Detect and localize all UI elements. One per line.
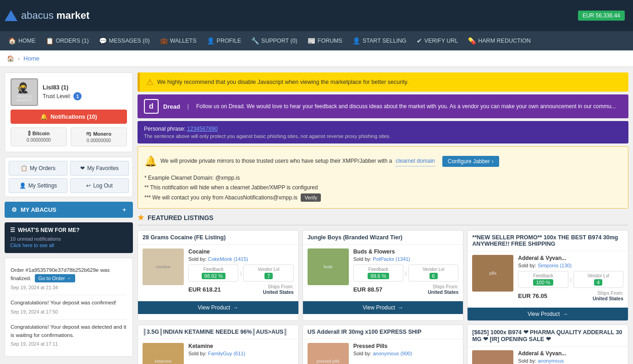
listing-img-5: adderall [472,350,513,364]
monero-icon: ɱ [86,131,91,137]
bitcoin-wallet: ₿Bitcoin 0.00000000 [11,127,67,146]
goto-order-button[interactable]: Go to Order → [35,274,75,282]
breadcrumb-home-icon[interactable]: 🏠 [7,55,14,62]
listing-card-0: 28 Grams Cocaine (FE Listing) cocaine Co… [138,230,299,321]
jabber-bell-icon: 🔔 [144,152,157,171]
seller-link-2[interactable]: Simponis (130) [538,263,572,268]
nav-wallets[interactable]: 💼 WALLETS [155,33,201,48]
arrow-right-icon-1: → [398,304,403,311]
star-icon: ★ [138,213,144,222]
my-orders-button[interactable]: 📋 My Orders [9,161,67,176]
username: Lisl83 (1) [43,84,82,91]
user-card: 🥷 ABACUSMARKET Lisl83 (1) Trust Level: 1… [5,72,133,152]
support-icon: 🔧 [251,37,259,44]
nav-forums[interactable]: 📰 FORUMS [303,33,347,48]
arrow-right-icon: → [233,304,238,311]
logo-text: abacus market [21,10,89,22]
jabber-notification-box: 🔔 We will provide private mirrors to tho… [138,146,628,209]
my-abacus-button[interactable]: ⚙ MY ABACUS + [5,202,133,218]
wallets-icon: 💼 [160,37,168,44]
breadcrumb-home-link[interactable]: Home [23,55,39,62]
javascript-warning-alert: ⚠ We highly recommend that you disable J… [138,72,628,92]
nav-orders[interactable]: 📋 ORDERS (1) [41,33,94,48]
dread-separator: | [187,103,189,110]
nav-harm-reduction[interactable]: 💊 HARM REDUCTION [463,33,535,48]
nav-start-selling[interactable]: 👤 START SELLING [348,33,411,48]
settings-icon: 👤 [19,182,26,189]
listing-title-0: 28 Grams Cocaine (FE Listing) [138,231,298,245]
verify-button[interactable]: Verify [301,193,321,202]
configure-jabber-button[interactable]: Configure Jabber › [442,156,499,167]
dread-banner: d Dread | Follow us on Dread. We would l… [138,94,628,118]
avatar: 🥷 ABACUSMARKET [11,78,38,106]
listings-grid: 28 Grams Cocaine (FE Listing) cocaine Co… [138,230,628,364]
listing-card-1: Jungle Boys (Branded Wizard Tier) buds B… [303,230,464,321]
seller-link-3[interactable]: FamilyGuy (611) [208,351,245,356]
nav-home[interactable]: 🏠 HOME [4,33,40,48]
profile-icon: 👤 [207,37,215,44]
bitcoin-balance: 0.00000000 [14,138,64,143]
my-favorites-button[interactable]: ❤ My Favorites [70,161,129,176]
wallet-row: ₿Bitcoin 0.00000000 ɱMonero 0.00000000 [11,127,127,146]
seller-link-4[interactable]: anonymous (900) [373,351,412,356]
forums-icon: 📰 [308,37,315,44]
balance-badge: EUR 56,336.44 [578,11,625,21]
listing-img-0: cocaine [143,248,184,285]
personal-phrase-box: Personal phrase: 1234567890 The sentence… [138,121,628,143]
seller-link-5[interactable]: anonymous [538,358,564,364]
notifications-button[interactable]: 🔔 Notifications (10) [11,110,127,124]
verify-url-icon: ✔ [417,37,422,44]
listing-title-4: US Adderall IR 30mg x100 EXPRESS SHIP [303,325,463,339]
logo: abacus market [5,10,89,22]
view-product-button-1[interactable]: View Product → [303,301,463,314]
menu-bar: 🏠 HOME 📋 ORDERS (1) 💬 MESSAGES (0) 💼 WAL… [0,31,633,50]
seller-link-1[interactable]: PotPacks (1341) [373,256,410,262]
orders-icon: 📋 [46,37,54,44]
breadcrumb-sep: › [18,55,20,62]
heart-icon: ❤ [80,165,85,171]
clearnet-domain-link[interactable]: clearnet domain [396,156,435,167]
listing-card-4: US Adderall IR 30mg x100 EXPRESS SHIP pr… [303,325,464,364]
vendor-lvl-0: 7 [264,273,273,279]
abacus-btn-icon: ⚙ [11,206,17,213]
nav-verify-url[interactable]: ✔ VERIFY URL [412,33,462,48]
log-out-button[interactable]: ↩ Log Out [70,178,129,193]
price-1: EUR 88.57 [353,286,383,293]
start-selling-icon: 👤 [352,37,360,44]
ships-country-2: United States [593,296,623,301]
listing-img-3: ketamine [143,343,184,364]
warning-icon: ⚠ [146,77,154,87]
seller-link-0[interactable]: CokeMonk (1415) [208,256,248,262]
bell-icon: 🔔 [40,113,48,120]
vendor-lvl-2: 4 [594,279,602,286]
view-product-button-2[interactable]: View Product → [468,308,628,320]
monero-balance: 0.00000000 [74,138,124,143]
nav-messages[interactable]: 💬 MESSAGES (0) [94,33,154,48]
orders-btn-icon: 📋 [21,165,28,171]
vendor-lvl-1: 6 [429,273,438,279]
dread-logo: d [144,99,159,114]
ships-country-1: United States [428,289,458,295]
price-2: EUR 76.05 [518,292,547,299]
jabber-line2: * Example Clearnet Domain: @xmpp.is [144,173,622,183]
nav-support[interactable]: 🔧 SUPPORT (0) [247,33,302,48]
nav-profile[interactable]: 👤 PROFILE [202,33,246,48]
jabber-line3: ** This notification will hide when a cl… [144,183,622,193]
view-product-button-0[interactable]: View Product → [138,301,298,314]
listing-title-1: Jungle Boys (Branded Wizard Tier) [303,231,463,245]
top-nav: abacus market EUR 56,336.44 [0,0,633,31]
logout-icon: ↩ [86,182,91,189]
personal-phrase-link[interactable]: 1234567890 [187,126,218,132]
see-all-link[interactable]: Click here to see all [10,243,54,248]
sidebar-actions: 📋 My Orders ❤ My Favorites 👤 My Settings… [5,157,133,197]
trust-badge: 1 [73,92,82,100]
activity-item-1: Congratulations! Your deposit was confir… [11,295,127,320]
my-settings-button[interactable]: 👤 My Settings [9,178,67,193]
menu-icon2: ☰ [10,227,15,233]
monero-wallet: ɱMonero 0.00000000 [71,127,127,146]
breadcrumb: 🏠 › Home [0,50,633,67]
main-content: ⚠ We highly recommend that you disable J… [138,72,628,364]
arrow-right-icon-2: → [562,311,568,317]
activity-item-2: Congratulations! Your deposit was detect… [11,320,127,351]
home-icon: 🏠 [8,37,16,44]
